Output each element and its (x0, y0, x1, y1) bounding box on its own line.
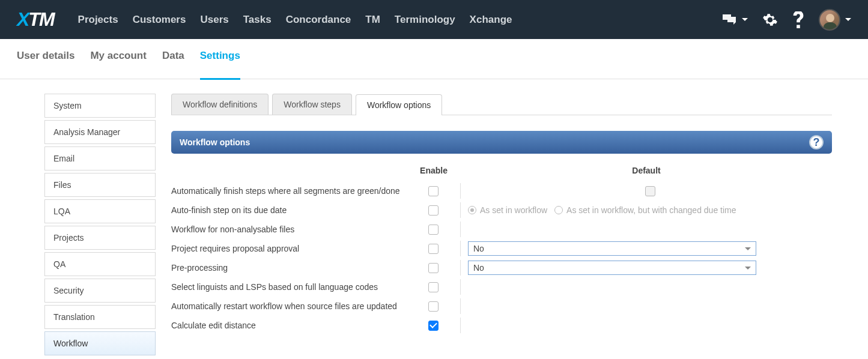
avatar[interactable] (819, 9, 840, 31)
nav-users[interactable]: Users (200, 14, 228, 26)
sidebar-item-qa[interactable]: QA (44, 252, 156, 276)
sidebar-item-security[interactable]: Security (44, 279, 156, 303)
subnav-user-details[interactable]: User details (17, 50, 74, 70)
row-select-linguists-codes: Select linguists and LSPs based on full … (171, 277, 832, 297)
radio-changed-due-time[interactable]: As set in workflow, but with changed due… (554, 205, 736, 215)
sidebar-item-workflow[interactable]: Workflow (44, 331, 156, 355)
nav-customers[interactable]: Customers (133, 14, 186, 26)
row-auto-finish-due-date: Auto-finish step on its due date As set … (171, 201, 832, 220)
row-calculate-edit-distance: Calculate edit distance (171, 316, 832, 335)
subnav-data[interactable]: Data (162, 50, 184, 70)
radio-icon (468, 206, 476, 214)
panel-title: Workflow options (180, 137, 250, 147)
nav-xchange[interactable]: Xchange (470, 14, 512, 26)
row-label: Calculate edit distance (171, 321, 407, 330)
checkbox-auto-finish-due[interactable] (428, 205, 439, 216)
sidebar-item-translation[interactable]: Translation (44, 305, 156, 329)
panel-help-icon[interactable]: ? (809, 135, 824, 149)
radio-as-set-in-workflow[interactable]: As set in workflow (468, 205, 547, 215)
checkbox-linguists-codes[interactable] (428, 282, 439, 292)
help-icon[interactable] (792, 11, 804, 28)
row-label: Automatically finish steps where all seg… (171, 186, 407, 196)
row-auto-finish-green: Automatically finish steps where all seg… (171, 181, 832, 201)
col-label-spacer (171, 166, 407, 175)
sub-nav: User details My account Data Settings (0, 39, 868, 79)
subnav-settings[interactable]: Settings (200, 50, 240, 80)
content-pane: Workflow definitions Workflow steps Work… (171, 94, 868, 359)
top-navbar: XTM Projects Customers Users Tasks Conco… (0, 0, 868, 39)
sidebar-item-files[interactable]: Files (44, 173, 156, 197)
row-proposal-approval: Project requires proposal approval No (171, 239, 832, 258)
select-value: No (473, 263, 484, 273)
chevron-down-icon (742, 18, 748, 21)
chevron-down-icon (845, 18, 851, 21)
topbar-right (721, 9, 851, 31)
row-pre-processing: Pre-processing No (171, 258, 832, 277)
select-proposal-approval[interactable]: No (468, 241, 756, 256)
row-non-analysable: Workflow for non-analysable files (171, 220, 832, 239)
radio-text: As set in workflow (480, 205, 547, 215)
row-label: Project requires proposal approval (171, 244, 407, 253)
row-auto-restart-workflow: Automatically restart workflow when sour… (171, 297, 832, 316)
radio-icon (554, 206, 563, 214)
nav-terminology[interactable]: Terminology (395, 14, 455, 26)
nav-concordance[interactable]: Concordance (286, 14, 351, 26)
panel-header: Workflow options ? (171, 131, 832, 154)
col-default-header: Default (461, 166, 832, 175)
tab-workflow-steps[interactable]: Workflow steps (272, 94, 352, 115)
select-value: No (473, 244, 484, 253)
sidebar-item-lqa[interactable]: LQA (44, 199, 156, 223)
radio-text: As set in workflow, but with changed due… (566, 205, 736, 215)
sidebar-item-email[interactable]: Email (44, 146, 156, 170)
nav-projects[interactable]: Projects (78, 14, 118, 26)
chat-icon[interactable] (721, 13, 748, 26)
row-label: Auto-finish step on its due date (171, 205, 407, 215)
chevron-down-icon (745, 247, 751, 250)
col-enable-header: Enable (407, 166, 461, 175)
user-menu[interactable] (819, 9, 851, 31)
sidebar-item-projects[interactable]: Projects (44, 226, 156, 250)
logo[interactable]: XTM (17, 8, 54, 31)
gear-icon[interactable] (762, 12, 778, 28)
checkbox-auto-finish-green[interactable] (428, 186, 439, 196)
checkbox-edit-distance[interactable] (428, 321, 439, 331)
sidebar-item-system[interactable]: System (44, 94, 156, 118)
main-area: System Analysis Manager Email Files LQA … (0, 79, 868, 359)
checkbox-proposal-approval[interactable] (428, 244, 439, 254)
select-pre-processing[interactable]: No (468, 261, 756, 275)
workflow-tabs: Workflow definitions Workflow steps Work… (171, 94, 832, 115)
row-label: Automatically restart workflow when sour… (171, 301, 407, 311)
sidebar-item-analysis-manager[interactable]: Analysis Manager (44, 120, 156, 144)
row-label: Select linguists and LSPs based on full … (171, 282, 407, 292)
tab-workflow-definitions[interactable]: Workflow definitions (171, 94, 269, 115)
row-label: Pre-processing (171, 263, 407, 273)
checkbox-auto-restart[interactable] (428, 301, 439, 312)
options-grid: Enable Default Automatically finish step… (171, 162, 832, 335)
top-nav-links: Projects Customers Users Tasks Concordan… (78, 14, 721, 26)
row-label: Workflow for non-analysable files (171, 225, 407, 234)
nav-tm[interactable]: TM (365, 14, 380, 26)
chevron-down-icon (745, 267, 751, 270)
tab-workflow-options[interactable]: Workflow options (356, 94, 442, 115)
checkbox-pre-processing[interactable] (428, 263, 439, 273)
settings-sidebar: System Analysis Manager Email Files LQA … (44, 94, 156, 359)
subnav-my-account[interactable]: My account (90, 50, 147, 70)
grid-header: Enable Default (171, 162, 832, 181)
checkbox-non-analysable[interactable] (428, 225, 439, 235)
nav-tasks[interactable]: Tasks (243, 14, 272, 26)
checkbox-default-auto-finish-green (645, 186, 655, 196)
